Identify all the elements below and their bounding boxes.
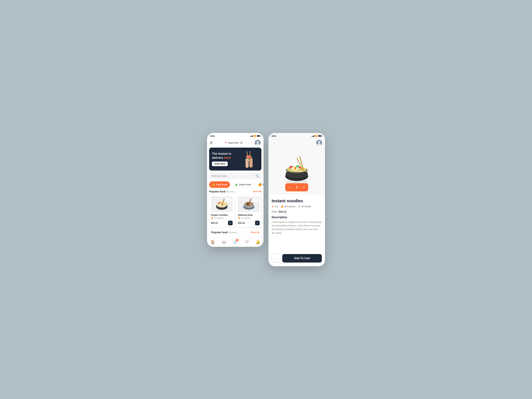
detail-header: ‹ [268,138,325,148]
signal-bar-1 [250,136,251,137]
detail-price-row: Price: $10.12 [272,210,322,213]
fresh-label: Fresh [263,183,264,186]
hero-highlight: food [224,156,231,159]
partial-section-header: Popular food (80 item) View All [209,229,261,235]
view-all-button[interactable]: View All [253,190,261,193]
menu-nav-icon: 📖 [222,240,226,244]
nav-cart[interactable]: 🛒 1 [233,240,238,244]
favorite-detail-button[interactable]: ♡ [272,254,280,263]
star-icon: ★ [272,205,274,208]
calories-meta: 🔥 60 Calories [281,205,295,208]
food-detail-title: Instant noodles [272,199,322,203]
national-calories: 🔥 70 Calories [238,217,260,219]
category-fresh[interactable]: 🍊 Fresh [256,181,264,188]
signal-bar-4 [252,135,253,137]
favorites-nav-icon: 🤍 [244,240,249,244]
noodles-price-row: $10.12 + [211,221,233,225]
add-noodles-button[interactable]: + [228,221,233,225]
popular-food-header: Popular food (80 item) View All [207,188,264,194]
phones-container: 9:41 📶 ☰ 📍 Naperville, US [200,126,332,273]
category-drink-food[interactable]: 🧃 Drink Food [232,181,254,188]
pin-icon: 📍 [225,142,227,144]
nav-favorites[interactable]: 🤍 [244,240,249,244]
location-area[interactable]: 📍 Naperville, US [225,141,243,144]
favorite-national-button[interactable]: ♡ [254,198,258,202]
popular-food-title: Popular food [209,190,226,193]
categories-row: 🍔 Fast Food 🧃 Drink Food 🍊 Fresh [207,179,264,188]
phone-detail: 9:41 📶 ‹ [268,133,325,266]
search-input[interactable] [212,175,255,177]
nav-menu[interactable]: 📖 [222,240,226,244]
detail-signal-bar-3 [313,136,314,137]
favorite-noodles-button[interactable]: ♡ [227,198,231,202]
category-fast-food[interactable]: 🍔 Fast Food [209,181,230,188]
fast-food-icon: 🍔 [212,183,215,186]
signal-bars-icon [250,135,253,137]
detail-avatar-svg [316,140,322,146]
hero-banner: The fastest in delivery food Order Now [209,148,261,171]
food-cards-row: ♡ [207,194,264,227]
description-title: Description [272,216,322,219]
popular-food-count: (80 item) [226,191,234,193]
quantity-decrease-button[interactable]: − [285,183,294,191]
search-icon: 🔍 [255,174,259,178]
detail-content: Instant noodles ★ 4.9 🔥 60 Calories ⏱ 20… [268,195,325,251]
hero-title: The fastest in delivery food [212,152,259,160]
battery-icon [257,135,260,137]
nav-home[interactable]: 🏠 [210,240,215,244]
hero-line2: delivery [212,156,223,159]
food-hero-image [268,148,325,188]
detail-signal-bar-2 [312,136,313,137]
detail-status-icons: 📶 [311,135,322,137]
flame-icon-noodles: 🔥 [211,217,213,219]
cart-badge: 1 [236,239,238,241]
rating-value: 4.9 [275,205,278,208]
popular-food-title-area: Popular food (80 item) [209,190,234,193]
detail-signal-bars-icon [311,135,315,137]
national-price-row: $10.12 + [238,221,260,225]
nav-notifications[interactable]: 🔔 [256,240,260,244]
detail-signal-bar-1 [311,136,312,137]
home-nav-dot [212,244,213,245]
battery-fill [257,135,260,137]
fresh-food-icon: 🍊 [258,183,262,186]
quantity-selector: − 1 + [285,183,308,191]
national-card-name: National food [238,214,260,216]
detail-battery-icon [318,135,322,137]
signal-bar-3 [252,136,252,137]
detail-wifi-icon: 📶 [315,135,317,137]
menu-icon[interactable]: ☰ [210,141,213,145]
price-value: $10.12 [279,210,286,213]
time-meta: ⏱ 20-30 Min [298,205,311,208]
time-value: 20-30 Min [301,205,311,208]
add-to-cart-button[interactable]: Add To Cart [282,254,322,262]
food-card-instant-noodles: ♡ [209,194,234,227]
national-price: $10.12 [238,222,245,224]
detail-user-avatar[interactable] [316,140,322,146]
search-bar[interactable]: 🔍 [209,173,261,179]
quantity-value: 1 [294,185,300,189]
status-bar-detail: 9:41 📶 [268,133,325,138]
order-now-button[interactable]: Order Now [212,162,228,166]
rating-meta: ★ 4.9 [272,205,278,208]
noodles-calories: 🔥 70 Calories [211,217,233,219]
phone-home: 9:41 📶 ☰ 📍 Naperville, US [207,133,264,247]
partial-popular-section: Popular food (80 item) View All [207,227,264,235]
svg-point-1 [257,141,259,143]
partial-view-all[interactable]: View All [251,231,259,234]
svg-point-35 [290,166,291,167]
svg-point-33 [294,167,297,170]
quantity-increase-button[interactable]: + [300,183,308,191]
drink-food-icon: 🧃 [234,183,238,186]
clock-icon: ⏱ [298,205,300,208]
partial-title-area: Popular food (80 item) [211,231,237,234]
detail-status-time: 9:41 [272,135,276,137]
svg-point-25 [318,141,320,143]
back-button[interactable]: ‹ [271,140,277,146]
add-national-button[interactable]: + [255,221,260,225]
user-avatar[interactable] [255,140,261,146]
wifi-icon: 📶 [254,135,256,137]
detail-noodle-bowl-svg [281,152,313,184]
hero-text: The fastest in delivery food Order Now [209,149,261,169]
price-label: Price: [272,210,278,213]
